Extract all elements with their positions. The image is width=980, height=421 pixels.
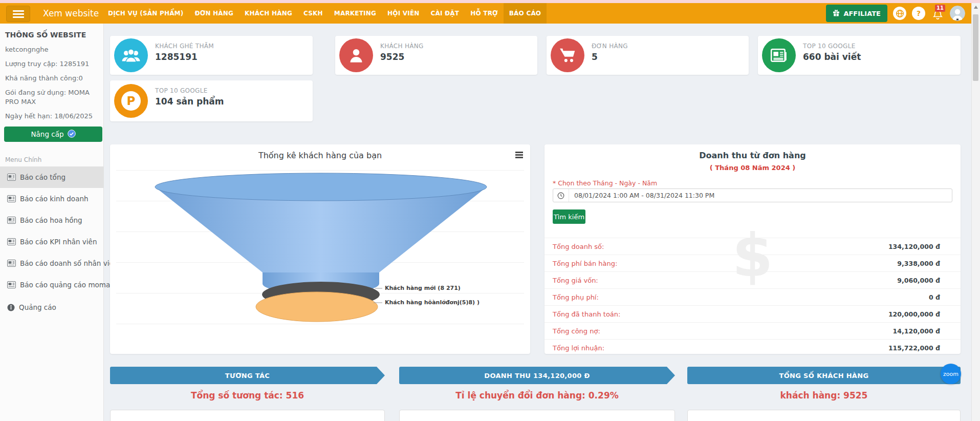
stat-card-value: 1285191 bbox=[155, 52, 198, 62]
notification-badge: 11 bbox=[935, 5, 945, 12]
stat-expiry: Ngày hết hạn: 18/06/2025 bbox=[5, 112, 99, 121]
view-website-link[interactable]: Xem website bbox=[43, 3, 99, 24]
table-row: Tổng phụ phí:0 đ bbox=[545, 289, 961, 306]
cart-icon bbox=[551, 38, 584, 72]
affiliate-button[interactable]: AFFILIATE bbox=[826, 5, 887, 22]
stat-card-value: 660 bài viết bbox=[803, 52, 861, 62]
nav-item-hoi-vien[interactable]: HỘI VIÊN bbox=[382, 3, 425, 24]
nav-item-don-hang[interactable]: ĐƠN HÀNG bbox=[189, 3, 239, 24]
info-icon bbox=[7, 304, 15, 311]
stat-card-value: 104 sản phẩm bbox=[155, 96, 224, 107]
date-range-input[interactable]: 08/01/2024 1:00 AM - 08/31/2024 11:30 PM bbox=[553, 188, 952, 202]
banner-total-customers[interactable]: TỔNG SỐ KHÁCH HÀNG bbox=[687, 367, 961, 384]
date-range-value: 08/01/2024 1:00 AM - 08/31/2024 11:30 PM bbox=[569, 192, 714, 199]
nav-item-cai-dat[interactable]: CÀI ĐẶT bbox=[425, 3, 465, 24]
scrollbar-thumb[interactable] bbox=[973, 14, 978, 81]
bottom-panel-revenue bbox=[399, 410, 675, 421]
table-row: Tổng phí bán hàng:9,338,000 đ bbox=[545, 255, 961, 272]
customer-funnel-panel: Thống kê khách hàng của bạn Khách hàng m… bbox=[110, 144, 530, 354]
sidebar-item-bao-cao-hoa-hong[interactable]: Báo cáo hoa hồng bbox=[0, 209, 103, 231]
people-icon bbox=[114, 38, 148, 72]
stat-card-value: 5 bbox=[592, 52, 598, 62]
stat-visits: Lượng truy cập: 1285191 bbox=[5, 59, 99, 69]
customers-total-text: khách hàng: 9525 bbox=[687, 390, 961, 401]
stat-plan: Gói đang sử dụng: MOMA PRO MAX bbox=[5, 88, 99, 108]
stat-card-value: 9525 bbox=[380, 52, 404, 62]
nav-item-khach-hang[interactable]: KHÁCH HÀNG bbox=[239, 3, 298, 24]
table-row: Tổng lợi nhuận:115,722,000 đ bbox=[545, 340, 961, 356]
stat-card-customers: KHÁCH HÀNG 9525 bbox=[335, 36, 537, 75]
banner-interactions[interactable]: TƯƠNG TÁC bbox=[110, 367, 385, 384]
stat-card-label: KHÁCH GHÉ THĂM bbox=[155, 43, 214, 50]
stat-card-products: P TOP 10 GOOGLE 104 sản phẩm bbox=[110, 80, 313, 121]
sidebar-item-quang-cao[interactable]: Quảng cáo bbox=[0, 297, 103, 318]
notifications-bell-icon[interactable]: 11 bbox=[931, 3, 944, 24]
nav-item-ho-tro[interactable]: HỖ TRỢ bbox=[465, 3, 504, 24]
conversion-rate-text: Tỉ lệ chuyển đổi đơn hàng: 0.29% bbox=[399, 390, 675, 401]
help-icon[interactable]: ? bbox=[912, 7, 925, 20]
top-navbar: Xem website DỊCH VỤ (SẢN PHẨM) ĐƠN HÀNG … bbox=[0, 3, 980, 24]
search-button[interactable]: Tìm kiếm bbox=[553, 209, 585, 224]
report-icon bbox=[7, 260, 16, 267]
revenue-panel-subtitle: ( Tháng 08 Năm 2024 ) bbox=[545, 164, 961, 172]
sidebar-menu-heading: Menu Chính bbox=[5, 156, 99, 163]
stat-card-visitors: KHÁCH GHÉ THĂM 1285191 bbox=[110, 36, 313, 75]
interactions-total-text: Tổng số tương tác: 516 bbox=[110, 390, 385, 401]
affiliate-label: AFFILIATE bbox=[843, 10, 881, 17]
gift-icon bbox=[833, 9, 840, 18]
stat-card-label: KHÁCH HÀNG bbox=[380, 43, 424, 50]
upgrade-label: Nâng cấp bbox=[31, 130, 63, 138]
report-icon bbox=[7, 174, 16, 181]
sidebar-item-bao-cao-kpi[interactable]: Báo cáo KPI nhân viên bbox=[0, 231, 103, 252]
clock-icon bbox=[553, 189, 569, 202]
report-icon bbox=[7, 238, 16, 245]
nav-item-marketing[interactable]: MARKETING bbox=[329, 3, 382, 24]
stat-success: Khả năng thành công:0 bbox=[5, 74, 99, 83]
nav-item-dich-vu[interactable]: DỊCH VỤ (SẢN PHẨM) bbox=[102, 3, 189, 24]
stat-card-orders: ĐƠN HÀNG 5 bbox=[547, 36, 749, 75]
nav-item-bao-cao[interactable]: BÁO CÁO bbox=[504, 3, 547, 24]
sidebar-item-bao-cao-tong[interactable]: Báo cáo tổng bbox=[0, 166, 103, 188]
main-nav-menu: DỊCH VỤ (SẢN PHẨM) ĐƠN HÀNG KHÁCH HÀNG C… bbox=[102, 3, 547, 24]
funnel-label-returning-customers: Khách hàng hôànlớđơnj(5)8) ) bbox=[385, 299, 480, 306]
zoom-button[interactable]: zoom bbox=[941, 364, 961, 384]
scrollbar-up-arrow[interactable] bbox=[974, 6, 978, 9]
revenue-summary-table: Tổng doanh số:134,120,000 đ Tổng phí bán… bbox=[545, 238, 961, 356]
table-row: Tổng doanh số:134,120,000 đ bbox=[545, 238, 961, 255]
report-icon bbox=[7, 281, 16, 288]
sidebar-item-bao-cao-doanh-so[interactable]: Báo cáo doanh số nhân viên bbox=[0, 252, 103, 274]
sidebar-item-bao-cao-quang-cao-moma[interactable]: Báo cáo quảng cáo moma bbox=[0, 274, 103, 296]
nav-item-cskh[interactable]: CSKH bbox=[298, 3, 329, 24]
stat-card-label: ĐƠN HÀNG bbox=[592, 43, 628, 50]
globe-icon[interactable] bbox=[893, 7, 906, 20]
hamburger-menu-icon[interactable] bbox=[6, 6, 30, 22]
revenue-panel: Doanh thu từ đơn hàng ( Tháng 08 Năm 202… bbox=[545, 144, 961, 354]
banner-revenue[interactable]: DOANH THU 134,120,000 Đ bbox=[399, 367, 675, 384]
page-scrollbar[interactable] bbox=[971, 3, 980, 421]
news-icon bbox=[762, 38, 796, 72]
stat-card-label: TOP 10 GOOGLE bbox=[155, 87, 208, 94]
sidebar-item-bao-cao-kinh-doanh[interactable]: Báo cáo kinh doanh bbox=[0, 188, 103, 209]
table-row: Tổng giá vốn:9,060,000 đ bbox=[545, 272, 961, 289]
navbar-right-tools: AFFILIATE ? 11 bbox=[826, 3, 965, 24]
report-icon bbox=[7, 195, 16, 202]
user-avatar[interactable] bbox=[950, 6, 965, 21]
date-filter-label: * Chọn theo Tháng - Ngày - Năm bbox=[553, 179, 657, 187]
table-row: Tổng đã thanh toán:120,000,000 đ bbox=[545, 306, 961, 323]
site-name: ketcongnghe bbox=[5, 45, 99, 55]
sidebar-heading: THÔNG SỐ WEBSITE bbox=[5, 31, 99, 39]
table-row: Tổng công nợ:14,120,000 đ bbox=[545, 323, 961, 340]
bottom-panel-interactions bbox=[110, 410, 385, 421]
person-icon bbox=[339, 38, 373, 72]
stat-card-articles: TOP 10 GOOGLE 660 bài viết bbox=[758, 36, 961, 75]
revenue-panel-title: Doanh thu từ đơn hàng bbox=[545, 151, 961, 160]
stat-card-label: TOP 10 GOOGLE bbox=[803, 43, 856, 50]
funnel-chart bbox=[110, 144, 530, 354]
p-icon: P bbox=[114, 84, 148, 118]
check-circle-icon bbox=[68, 130, 76, 139]
left-sidebar: THÔNG SỐ WEBSITE ketcongnghe Lượng truy … bbox=[0, 24, 104, 421]
upgrade-button[interactable]: Nâng cấp bbox=[4, 127, 102, 142]
bottom-panel-customers bbox=[687, 410, 961, 421]
report-icon bbox=[7, 217, 16, 224]
funnel-label-new-customers: Khách hàng mới (8 271) bbox=[385, 285, 461, 291]
